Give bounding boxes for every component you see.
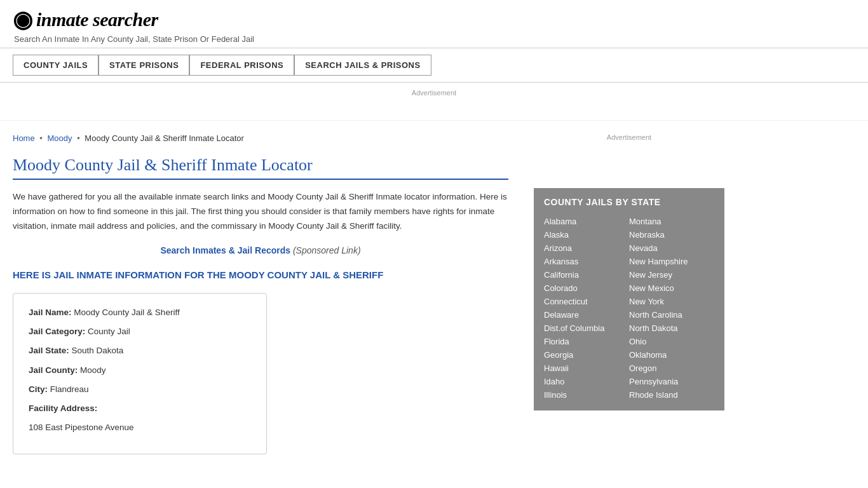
jail-state-label: Jail State: [29,346,69,355]
state-link-delaware[interactable]: Delaware [544,308,629,322]
jail-county-row: Jail County: Moody [29,364,251,377]
breadcrumb: Home • Moody • Moody County Jail & Sheri… [13,133,508,143]
state-link-new-york[interactable]: New York [629,295,714,308]
sidebar-ad-label: Advertisement [607,133,651,141]
sidebar: Advertisement COUNTY JAILS BY STATE Alab… [527,121,731,473]
state-link-florida[interactable]: Florida [544,335,629,348]
header: ◉ inmate searcher Search An Inmate In An… [0,0,868,48]
state-link-new-hampshire[interactable]: New Hampshire [629,255,714,268]
jail-city-row: City: Flandreau [29,383,251,396]
state-link-alabama[interactable]: Alabama [544,215,629,228]
ad-top-banner: Advertisement [0,83,868,121]
jails-by-state-panel: COUNTY JAILS BY STATE AlabamaAlaskaArizo… [534,188,724,410]
state-link-arizona[interactable]: Arizona [544,241,629,255]
sponsored-link[interactable]: Search Inmates & Jail Records [160,245,290,255]
state-link-new-jersey[interactable]: New Jersey [629,268,714,281]
jail-address-row: Facility Address: [29,402,251,415]
state-link-oregon[interactable]: Oregon [629,362,714,375]
main-content: Home • Moody • Moody County Jail & Sheri… [0,121,527,473]
state-link-oklahoma[interactable]: Oklahoma [629,348,714,362]
sponsored-label: (Sponsored Link) [293,245,361,255]
jail-name-value: Moody County Jail & Sheriff [74,308,179,317]
jail-name-row: Jail Name: Moody County Jail & Sheriff [29,306,251,319]
jail-city-value: Flandreau [50,384,89,394]
jail-address-label: Facility Address: [29,403,97,413]
state-link-idaho[interactable]: Idaho [544,375,629,388]
page-title: Moody County Jail & Sheriff Inmate Locat… [13,156,508,180]
state-link-pennsylvania[interactable]: Pennsylvania [629,375,714,388]
county-jails-button[interactable]: COUNTY JAILS [13,55,98,76]
state-link-illinois[interactable]: Illinois [544,388,629,402]
state-link-north-dakota[interactable]: North Dakota [629,322,714,335]
states-grid: AlabamaAlaskaArizonaArkansasCaliforniaCo… [544,215,714,402]
logo-text: inmate searcher [36,9,158,30]
content-area: Home • Moody • Moody County Jail & Sheri… [0,121,868,473]
jail-state-value: South Dakota [72,346,124,355]
jail-category-row: Jail Category: County Jail [29,325,251,338]
state-link-ohio[interactable]: Ohio [629,335,714,348]
breadcrumb-sep-1: • [39,133,43,143]
breadcrumb-parent[interactable]: Moody [48,133,72,143]
state-link-montana[interactable]: Montana [629,215,714,228]
state-link-connecticut[interactable]: Connecticut [544,295,629,308]
jail-address-value-row: 108 East Pipestone Avenue [29,421,251,434]
state-link-georgia[interactable]: Georgia [544,348,629,362]
jail-county-label: Jail County: [29,365,78,375]
state-prisons-button[interactable]: STATE PRISONS [98,55,189,76]
state-link-colorado[interactable]: Colorado [544,281,629,295]
state-link-nebraska[interactable]: Nebraska [629,228,714,241]
info-box: Jail Name: Moody County Jail & Sheriff J… [13,293,267,454]
states-right-col: MontanaNebraskaNevadaNew HampshireNew Je… [629,215,714,402]
state-link-alaska[interactable]: Alaska [544,228,629,241]
tagline: Search An Inmate In Any County Jail, Sta… [13,34,855,44]
nav-bar: COUNTY JAILS STATE PRISONS FEDERAL PRISO… [0,48,868,83]
logo-icon: ◉ [13,6,32,33]
state-link-nevada[interactable]: Nevada [629,241,714,255]
jail-category-value: County Jail [88,327,130,336]
logo-area: ◉ inmate searcher [13,6,855,33]
description-text: We have gathered for you all the availab… [13,190,508,234]
ad-top-label: Advertisement [412,89,456,97]
state-link-hawaii[interactable]: Hawaii [544,362,629,375]
state-link-new-mexico[interactable]: New Mexico [629,281,714,295]
state-link-distof-columbia[interactable]: Dist.of Columbia [544,322,629,335]
state-link-rhode-island[interactable]: Rhode Island [629,388,714,402]
federal-prisons-button[interactable]: FEDERAL PRISONS [189,55,294,76]
jails-by-state-title: COUNTY JAILS BY STATE [544,197,714,207]
breadcrumb-current: Moody County Jail & Sheriff Inmate Locat… [85,133,244,143]
state-link-arkansas[interactable]: Arkansas [544,255,629,268]
states-left-col: AlabamaAlaskaArizonaArkansasCaliforniaCo… [544,215,629,402]
jail-city-label: City: [29,384,48,394]
jail-name-label: Jail Name: [29,308,72,317]
breadcrumb-home[interactable]: Home [13,133,35,143]
jail-address-value: 108 East Pipestone Avenue [29,423,134,432]
breadcrumb-sep-2: • [77,133,80,143]
sponsored-link-area: Search Inmates & Jail Records (Sponsored… [13,245,508,255]
jail-state-row: Jail State: South Dakota [29,344,251,357]
jail-category-label: Jail Category: [29,327,85,336]
inmate-info-heading: HERE IS JAIL INMATE INFORMATION FOR THE … [13,268,508,281]
search-jails-button[interactable]: SEARCH JAILS & PRISONS [294,55,431,76]
jail-county-value: Moody [80,365,106,375]
state-link-california[interactable]: California [544,268,629,281]
state-link-north-carolina[interactable]: North Carolina [629,308,714,322]
sidebar-ad-banner: Advertisement [534,127,724,178]
